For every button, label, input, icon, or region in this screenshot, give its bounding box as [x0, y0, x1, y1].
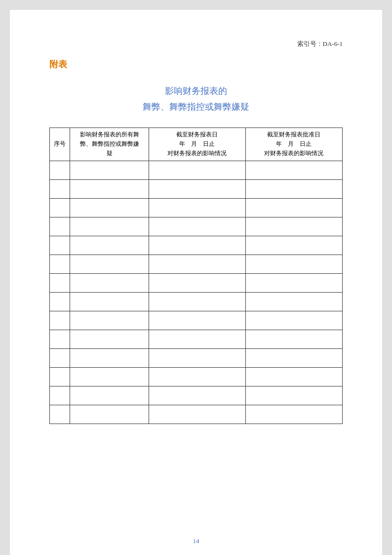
title-section: 影响财务报表的 舞弊、舞弊指控或舞弊嫌疑	[49, 85, 343, 113]
cell-seq	[50, 236, 70, 255]
cell-seq	[50, 405, 70, 424]
table-row	[50, 386, 343, 405]
table-header-row: 序号 影响财务报表的所有舞 弊、舞弊指控或舞弊嫌 疑 截至财务报表日 年 月 日…	[50, 128, 343, 161]
cell-desc	[70, 179, 149, 198]
table-row	[50, 179, 343, 198]
cell-desc	[70, 217, 149, 236]
cell-date2	[245, 273, 342, 292]
header-seq: 序号	[50, 128, 70, 161]
header-desc: 影响财务报表的所有舞 弊、舞弊指控或舞弊嫌 疑	[70, 128, 149, 161]
page-number: 14	[10, 537, 382, 545]
header-date1: 截至财务报表日 年 月 日止 对财务报表的影响情况	[149, 128, 245, 161]
fu-biao-label: 附表	[49, 58, 343, 70]
header-date2: 截至财务报表批准日 年 月 日止 对财务报表的影响情况	[245, 128, 342, 161]
cell-desc	[70, 311, 149, 330]
cell-seq	[50, 161, 70, 179]
cell-date1	[149, 405, 245, 424]
main-table: 序号 影响财务报表的所有舞 弊、舞弊指控或舞弊嫌 疑 截至财务报表日 年 月 日…	[49, 128, 343, 424]
title-line2: 舞弊、舞弊指控或舞弊嫌疑	[49, 101, 343, 113]
cell-date1	[149, 198, 245, 217]
table-row	[50, 198, 343, 217]
cell-date1	[149, 386, 245, 405]
cell-desc	[70, 386, 149, 405]
cell-date1	[149, 161, 245, 179]
cell-seq	[50, 292, 70, 311]
cell-date2	[245, 179, 342, 198]
cell-desc	[70, 161, 149, 179]
table-row	[50, 273, 343, 292]
table-row	[50, 292, 343, 311]
cell-date2	[245, 386, 342, 405]
cell-date2	[245, 292, 342, 311]
cell-seq	[50, 198, 70, 217]
cell-date2	[245, 161, 342, 179]
cell-date2	[245, 311, 342, 330]
cell-date1	[149, 217, 245, 236]
cell-desc	[70, 236, 149, 255]
table-row	[50, 217, 343, 236]
table-row	[50, 405, 343, 424]
table-row	[50, 255, 343, 273]
cell-date2	[245, 367, 342, 386]
table-row	[50, 330, 343, 348]
cell-date1	[149, 255, 245, 273]
table-row	[50, 348, 343, 367]
cell-date1	[149, 367, 245, 386]
cell-seq	[50, 255, 70, 273]
table-wrapper: 序号 影响财务报表的所有舞 弊、舞弊指控或舞弊嫌 疑 截至财务报表日 年 月 日…	[49, 128, 343, 424]
cell-date2	[245, 198, 342, 217]
cell-date1	[149, 348, 245, 367]
cell-date1	[149, 292, 245, 311]
cell-date2	[245, 255, 342, 273]
cell-date2	[245, 405, 342, 424]
cell-seq	[50, 179, 70, 198]
cell-date1	[149, 179, 245, 198]
cell-desc	[70, 330, 149, 348]
cell-date1	[149, 311, 245, 330]
cell-date1	[149, 236, 245, 255]
index-number: 索引号：DA-6-1	[49, 40, 343, 48]
cell-desc	[70, 348, 149, 367]
cell-seq	[50, 273, 70, 292]
cell-seq	[50, 386, 70, 405]
cell-seq	[50, 217, 70, 236]
table-row	[50, 311, 343, 330]
cell-desc	[70, 405, 149, 424]
page: 索引号：DA-6-1 附表 影响财务报表的 舞弊、舞弊指控或舞弊嫌疑 序号 影响…	[10, 10, 382, 555]
cell-date2	[245, 236, 342, 255]
cell-seq	[50, 348, 70, 367]
cell-desc	[70, 273, 149, 292]
cell-desc	[70, 255, 149, 273]
cell-desc	[70, 292, 149, 311]
cell-date1	[149, 330, 245, 348]
cell-date2	[245, 330, 342, 348]
cell-seq	[50, 311, 70, 330]
cell-desc	[70, 198, 149, 217]
cell-seq	[50, 330, 70, 348]
cell-date2	[245, 348, 342, 367]
table-row	[50, 367, 343, 386]
cell-date1	[149, 273, 245, 292]
table-row	[50, 161, 343, 179]
cell-date2	[245, 217, 342, 236]
cell-seq	[50, 367, 70, 386]
title-line1: 影响财务报表的	[49, 85, 343, 97]
table-row	[50, 236, 343, 255]
cell-desc	[70, 367, 149, 386]
